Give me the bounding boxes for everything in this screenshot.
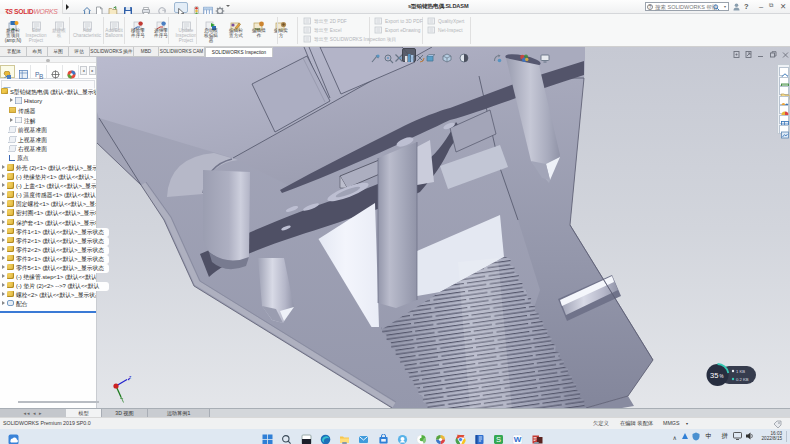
svg-text:S: S	[496, 435, 501, 444]
svg-text:0.2 KB: 0.2 KB	[736, 377, 749, 382]
svg-text:35: 35	[710, 371, 718, 380]
svg-text:1 KB: 1 KB	[736, 369, 745, 374]
svg-text:W: W	[514, 435, 522, 444]
svg-text:%: %	[720, 374, 724, 379]
